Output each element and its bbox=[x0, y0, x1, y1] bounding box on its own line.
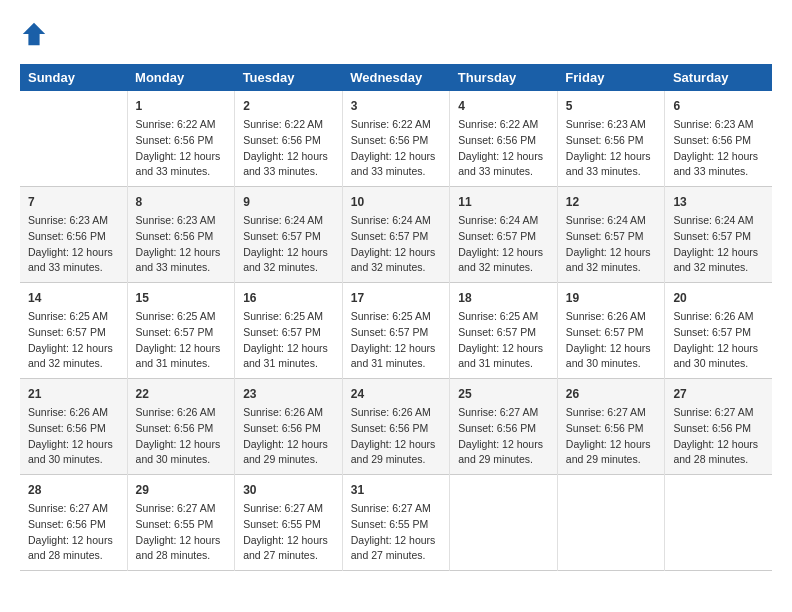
cell-text: Sunset: 6:57 PM bbox=[351, 229, 442, 245]
day-number: 23 bbox=[243, 385, 334, 403]
cell-text: and 32 minutes. bbox=[243, 260, 334, 276]
header-saturday: Saturday bbox=[665, 64, 772, 91]
cell-text: Daylight: 12 hours bbox=[136, 533, 227, 549]
cell-text: and 33 minutes. bbox=[351, 164, 442, 180]
cell-week1-day4: 4Sunrise: 6:22 AMSunset: 6:56 PMDaylight… bbox=[450, 91, 558, 187]
day-number: 30 bbox=[243, 481, 334, 499]
cell-text: Sunset: 6:56 PM bbox=[243, 133, 334, 149]
cell-text: Sunset: 6:57 PM bbox=[673, 325, 764, 341]
cell-week5-day6 bbox=[665, 475, 772, 571]
cell-week3-day1: 15Sunrise: 6:25 AMSunset: 6:57 PMDayligh… bbox=[127, 283, 235, 379]
cell-text: Sunrise: 6:23 AM bbox=[566, 117, 657, 133]
cell-text: and 33 minutes. bbox=[243, 164, 334, 180]
week-row-3: 14Sunrise: 6:25 AMSunset: 6:57 PMDayligh… bbox=[20, 283, 772, 379]
cell-week2-day4: 11Sunrise: 6:24 AMSunset: 6:57 PMDayligh… bbox=[450, 187, 558, 283]
cell-text: Sunset: 6:56 PM bbox=[566, 133, 657, 149]
header-tuesday: Tuesday bbox=[235, 64, 343, 91]
cell-text: and 31 minutes. bbox=[458, 356, 549, 372]
cell-text: Sunrise: 6:27 AM bbox=[566, 405, 657, 421]
cell-text: and 28 minutes. bbox=[136, 548, 227, 564]
cell-text: Sunset: 6:57 PM bbox=[351, 325, 442, 341]
cell-text: Sunset: 6:57 PM bbox=[458, 229, 549, 245]
cell-text: Daylight: 12 hours bbox=[28, 533, 119, 549]
cell-text: Daylight: 12 hours bbox=[28, 341, 119, 357]
cell-text: Sunrise: 6:24 AM bbox=[243, 213, 334, 229]
day-number: 18 bbox=[458, 289, 549, 307]
cell-text: Sunset: 6:56 PM bbox=[566, 421, 657, 437]
cell-text: Daylight: 12 hours bbox=[136, 437, 227, 453]
day-number: 9 bbox=[243, 193, 334, 211]
cell-text: Sunset: 6:57 PM bbox=[136, 325, 227, 341]
cell-text: Sunrise: 6:23 AM bbox=[136, 213, 227, 229]
cell-text: Sunrise: 6:26 AM bbox=[243, 405, 334, 421]
cell-week1-day3: 3Sunrise: 6:22 AMSunset: 6:56 PMDaylight… bbox=[342, 91, 450, 187]
cell-text: Sunrise: 6:22 AM bbox=[458, 117, 549, 133]
cell-week2-day3: 10Sunrise: 6:24 AMSunset: 6:57 PMDayligh… bbox=[342, 187, 450, 283]
cell-text: and 32 minutes. bbox=[566, 260, 657, 276]
day-number: 17 bbox=[351, 289, 442, 307]
cell-text: Daylight: 12 hours bbox=[673, 437, 764, 453]
day-number: 27 bbox=[673, 385, 764, 403]
day-number: 15 bbox=[136, 289, 227, 307]
cell-text: Daylight: 12 hours bbox=[566, 245, 657, 261]
cell-text: Sunset: 6:56 PM bbox=[458, 421, 549, 437]
cell-week4-day4: 25Sunrise: 6:27 AMSunset: 6:56 PMDayligh… bbox=[450, 379, 558, 475]
cell-week3-day4: 18Sunrise: 6:25 AMSunset: 6:57 PMDayligh… bbox=[450, 283, 558, 379]
week-row-1: 1Sunrise: 6:22 AMSunset: 6:56 PMDaylight… bbox=[20, 91, 772, 187]
cell-text: Sunrise: 6:27 AM bbox=[351, 501, 442, 517]
cell-text: Sunrise: 6:26 AM bbox=[136, 405, 227, 421]
logo-icon bbox=[20, 20, 48, 48]
day-number: 6 bbox=[673, 97, 764, 115]
cell-week5-day2: 30Sunrise: 6:27 AMSunset: 6:55 PMDayligh… bbox=[235, 475, 343, 571]
cell-text: and 28 minutes. bbox=[673, 452, 764, 468]
cell-text: Sunrise: 6:27 AM bbox=[28, 501, 119, 517]
cell-text: and 31 minutes. bbox=[351, 356, 442, 372]
cell-text: Sunrise: 6:26 AM bbox=[351, 405, 442, 421]
cell-text: Daylight: 12 hours bbox=[351, 149, 442, 165]
cell-week3-day6: 20Sunrise: 6:26 AMSunset: 6:57 PMDayligh… bbox=[665, 283, 772, 379]
cell-text: Sunset: 6:56 PM bbox=[458, 133, 549, 149]
cell-text: Daylight: 12 hours bbox=[136, 245, 227, 261]
cell-week4-day6: 27Sunrise: 6:27 AMSunset: 6:56 PMDayligh… bbox=[665, 379, 772, 475]
day-number: 16 bbox=[243, 289, 334, 307]
cell-text: and 29 minutes. bbox=[566, 452, 657, 468]
cell-text: and 30 minutes. bbox=[28, 452, 119, 468]
cell-text: Sunrise: 6:27 AM bbox=[243, 501, 334, 517]
cell-text: Daylight: 12 hours bbox=[351, 437, 442, 453]
cell-text: Sunset: 6:56 PM bbox=[351, 421, 442, 437]
cell-text: Sunset: 6:57 PM bbox=[566, 229, 657, 245]
cell-text: Sunset: 6:56 PM bbox=[673, 133, 764, 149]
cell-text: Daylight: 12 hours bbox=[243, 437, 334, 453]
cell-text: Sunrise: 6:24 AM bbox=[566, 213, 657, 229]
cell-text: Sunrise: 6:22 AM bbox=[351, 117, 442, 133]
day-number: 26 bbox=[566, 385, 657, 403]
cell-text: Daylight: 12 hours bbox=[28, 437, 119, 453]
cell-text: and 30 minutes. bbox=[673, 356, 764, 372]
cell-text: Sunset: 6:55 PM bbox=[351, 517, 442, 533]
cell-text: Sunrise: 6:25 AM bbox=[136, 309, 227, 325]
cell-text: Sunset: 6:56 PM bbox=[28, 517, 119, 533]
header-friday: Friday bbox=[557, 64, 665, 91]
day-number: 31 bbox=[351, 481, 442, 499]
cell-text: Sunset: 6:57 PM bbox=[243, 229, 334, 245]
cell-text: Sunset: 6:57 PM bbox=[673, 229, 764, 245]
cell-text: Daylight: 12 hours bbox=[243, 149, 334, 165]
cell-text: Sunset: 6:56 PM bbox=[136, 133, 227, 149]
cell-text: Daylight: 12 hours bbox=[458, 245, 549, 261]
header-monday: Monday bbox=[127, 64, 235, 91]
cell-week5-day5 bbox=[557, 475, 665, 571]
cell-week1-day6: 6Sunrise: 6:23 AMSunset: 6:56 PMDaylight… bbox=[665, 91, 772, 187]
cell-text: and 33 minutes. bbox=[673, 164, 764, 180]
cell-week2-day6: 13Sunrise: 6:24 AMSunset: 6:57 PMDayligh… bbox=[665, 187, 772, 283]
cell-text: and 33 minutes. bbox=[566, 164, 657, 180]
cell-week3-day5: 19Sunrise: 6:26 AMSunset: 6:57 PMDayligh… bbox=[557, 283, 665, 379]
day-number: 24 bbox=[351, 385, 442, 403]
cell-text: and 31 minutes. bbox=[243, 356, 334, 372]
cell-text: Sunset: 6:57 PM bbox=[243, 325, 334, 341]
day-number: 20 bbox=[673, 289, 764, 307]
cell-week2-day0: 7Sunrise: 6:23 AMSunset: 6:56 PMDaylight… bbox=[20, 187, 127, 283]
cell-text: and 27 minutes. bbox=[351, 548, 442, 564]
day-number: 10 bbox=[351, 193, 442, 211]
cell-text: Sunrise: 6:26 AM bbox=[28, 405, 119, 421]
cell-week4-day1: 22Sunrise: 6:26 AMSunset: 6:56 PMDayligh… bbox=[127, 379, 235, 475]
